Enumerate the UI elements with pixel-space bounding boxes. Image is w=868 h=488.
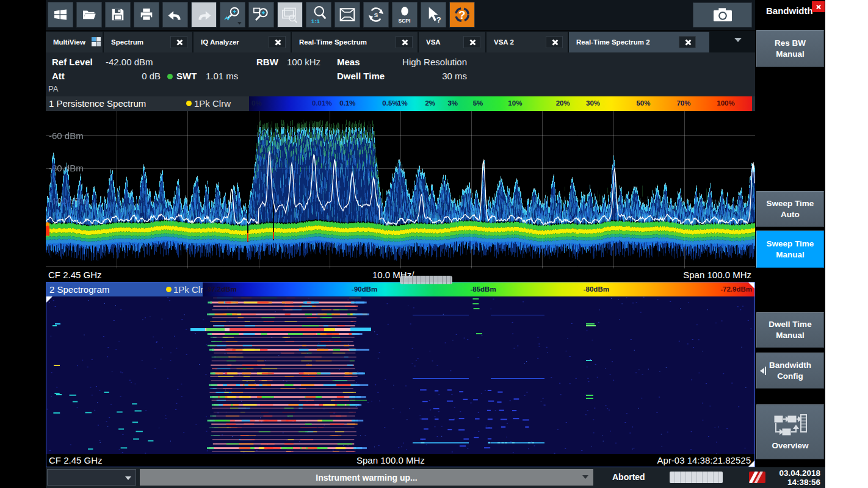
help-icon: ?: [451, 4, 473, 26]
softkey-sidebar: Bandwidth Res BW Manual Sweep Time Auto …: [755, 0, 825, 467]
dwell-time-value[interactable]: 30 ms: [375, 71, 467, 81]
softkey-sweep-time-manual[interactable]: Sweep Time Manual: [756, 231, 824, 268]
system-message-bar[interactable]: Instrument warming up...: [140, 469, 593, 486]
status-dropdown[interactable]: [47, 469, 136, 486]
selection-corner-icon: [748, 461, 754, 467]
zoom-trace-button[interactable]: [220, 2, 245, 27]
scale-label: 50%: [636, 99, 650, 107]
help-button[interactable]: ?: [449, 2, 475, 27]
meas-label: Meas: [337, 57, 360, 67]
window1-header[interactable]: 1 Persistence Spectrum 1Pk Clrw 0% 0.01%…: [46, 96, 755, 111]
scale-label: 10%: [508, 99, 522, 107]
instrument-screen: 1:1 S SCPI: [0, 0, 825, 488]
tab-iq-analyzer[interactable]: IQ Analyzer: [193, 32, 291, 52]
zoom-windows-button[interactable]: [277, 2, 303, 27]
softkey-label: Bandwidth Config: [769, 360, 811, 381]
window1-span[interactable]: Span 100.0 MHz: [683, 270, 751, 280]
zoom-selection-button[interactable]: [248, 2, 274, 27]
scale-label: 0.1%: [339, 99, 355, 107]
open-button[interactable]: [76, 2, 102, 27]
tab-close-button[interactable]: [170, 36, 187, 48]
window2-cf[interactable]: CF 2.45 GHz: [49, 455, 103, 465]
right-margin: [825, 0, 868, 488]
print-button[interactable]: [134, 2, 159, 27]
softkey-res-bw-manual[interactable]: Res BW Manual: [756, 30, 824, 67]
screenshot-button[interactable]: [693, 2, 752, 27]
channel-tabbar: MultiView Spectrum IQ Analyzer Real-Time…: [46, 30, 755, 52]
scale-label: -97.2dBm: [205, 285, 237, 293]
meas-value[interactable]: High Resolution: [375, 57, 467, 67]
window2-header[interactable]: 2 Spectrogram 1Pk Clrw -97.2dBm -90dBm -…: [46, 282, 754, 296]
windows-start-button[interactable]: [48, 2, 73, 27]
context-help-qmark: ?: [436, 15, 441, 24]
tab-label: Real-Time Spectrum: [299, 38, 367, 46]
zoom-selection-icon: [251, 4, 272, 25]
window1-title: 1 Persistence Spectrum: [49, 98, 146, 109]
close-icon: [401, 39, 408, 46]
tab-label: Real-Time Spectrum 2: [576, 38, 650, 46]
sync-sequence-button[interactable]: S: [363, 2, 389, 27]
save-button[interactable]: [105, 2, 131, 27]
windows-logo-icon: [51, 5, 70, 24]
ref-level-value[interactable]: -42.00 dBm: [106, 57, 153, 67]
tab-close-button[interactable]: [679, 36, 696, 48]
channel-settings-header[interactable]: Ref Level -42.00 dBm RBW 100 kHz Meas Hi…: [46, 52, 755, 96]
rohde-schwarz-logo: [749, 472, 765, 483]
swt-value[interactable]: 1.01 ms: [206, 71, 238, 81]
redo-button[interactable]: [191, 2, 217, 27]
close-icon: [816, 4, 821, 10]
help-qmark: ?: [458, 9, 466, 21]
scale-label: -85dBm: [470, 285, 496, 293]
context-help-cursor-icon: ?: [423, 4, 444, 25]
softkey-dwell-time-manual[interactable]: Dwell Time Manual: [756, 312, 824, 348]
context-help-button[interactable]: ?: [421, 2, 446, 27]
scpi-recorder-button[interactable]: SCPI: [392, 2, 418, 27]
close-icon: [469, 39, 476, 46]
window-persistence-spectrum[interactable]: 1 Persistence Spectrum 1Pk Clrw 0% 0.01%…: [46, 96, 755, 282]
spectrogram-plot[interactable]: [46, 296, 754, 454]
tab-multiview[interactable]: MultiView: [46, 32, 103, 52]
fit-frame-button[interactable]: [335, 2, 360, 27]
tab-close-button[interactable]: [269, 36, 286, 48]
tab-label: VSA 2: [494, 38, 514, 46]
zoom-1to1-button[interactable]: 1:1: [306, 2, 331, 27]
fit-frame-icon: [337, 4, 358, 25]
window-divider-handle[interactable]: [400, 276, 452, 284]
chevron-down-icon: [582, 475, 588, 479]
tab-close-button[interactable]: [463, 36, 480, 48]
persistence-spectrum-canvas[interactable]: [46, 111, 755, 268]
window1-trace-label[interactable]: 1Pk Clrw: [194, 98, 231, 109]
undo-button[interactable]: [162, 2, 188, 27]
att-value[interactable]: 0 dB: [136, 71, 161, 81]
tab-spectrum[interactable]: Spectrum: [104, 32, 192, 52]
spectrogram-color-scale: -97.2dBm -90dBm -85dBm -80dBm -72.9dBm: [203, 282, 754, 296]
window-spectrogram[interactable]: 2 Spectrogram 1Pk Clrw -97.2dBm -90dBm -…: [46, 282, 755, 467]
tab-vsa[interactable]: VSA: [419, 32, 485, 52]
window2-span[interactable]: Span 100.0 MHz: [356, 455, 425, 465]
softkey-bandwidth-config[interactable]: Bandwidth Config: [756, 353, 824, 389]
side-menu-arrow-icon: [760, 367, 766, 375]
status-bar: Instrument warming up... Aborted 03.04.2…: [46, 467, 825, 488]
tab-close-button[interactable]: [546, 36, 563, 48]
tab-vsa-2[interactable]: VSA 2: [486, 32, 568, 52]
close-menu-button[interactable]: [812, 1, 825, 12]
scale-label: 1%: [397, 99, 408, 107]
scale-label: 2%: [425, 99, 435, 107]
scpi-recorder-icon: SCPI: [394, 4, 415, 25]
rbw-value[interactable]: 100 kHz: [287, 57, 320, 67]
window1-cf[interactable]: CF 2.45 GHz: [48, 270, 102, 280]
tab-real-time-spectrum[interactable]: Real-Time Spectrum: [292, 32, 418, 52]
svg-text:S: S: [374, 12, 378, 18]
tab-overflow-button[interactable]: [734, 38, 742, 42]
softkey-sweep-time-auto[interactable]: Sweep Time Auto: [756, 191, 824, 227]
tab-label: VSA: [426, 38, 441, 46]
spectrogram-canvas[interactable]: [46, 296, 754, 454]
persistence-spectrum-plot[interactable]: [46, 111, 755, 268]
tab-label: IQ Analyzer: [201, 38, 239, 46]
trace-dot-icon: [166, 287, 172, 292]
tab-close-button[interactable]: [396, 36, 413, 48]
softkey-overview[interactable]: Overview: [756, 404, 824, 459]
close-icon: [176, 39, 183, 46]
softkey-menu-title: Bandwidth: [766, 5, 813, 16]
tab-real-time-spectrum-2[interactable]: Real-Time Spectrum 2: [569, 32, 709, 52]
